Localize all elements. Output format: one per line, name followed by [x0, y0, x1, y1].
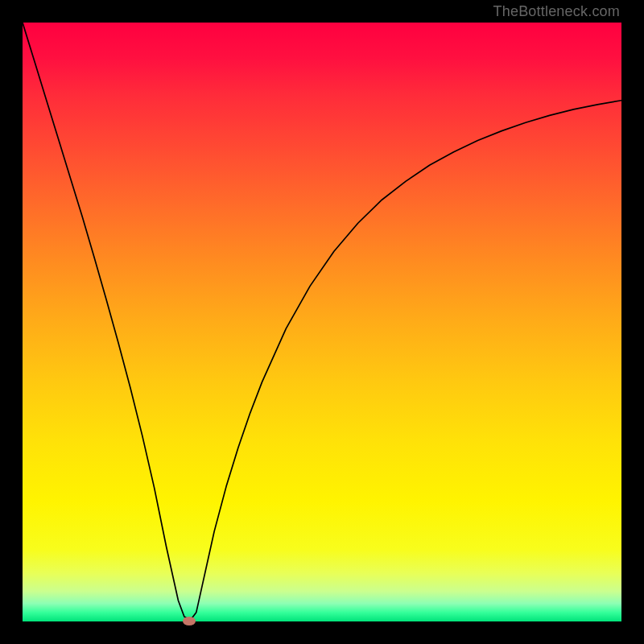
watermark-text: TheBottleneck.com [493, 3, 620, 20]
optimum-point-marker [183, 617, 196, 625]
bottleneck-curve [23, 23, 621, 621]
plot-area [23, 23, 621, 621]
